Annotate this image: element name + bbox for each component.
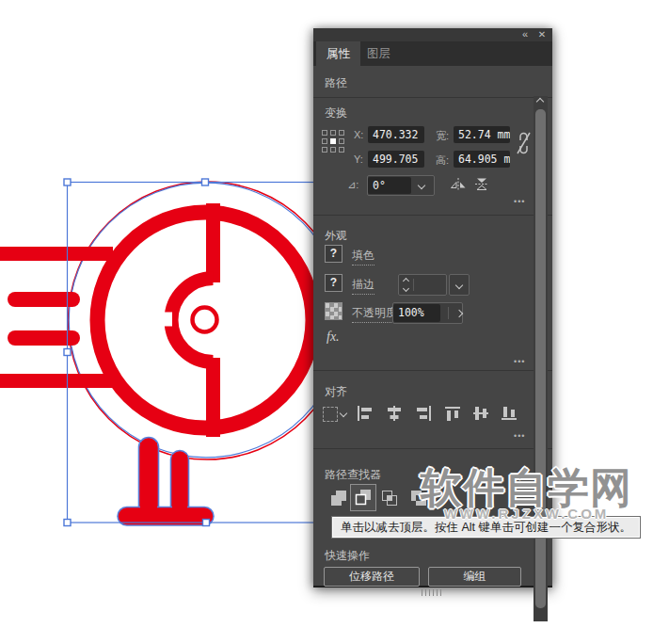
close-panel-icon[interactable]: ✕	[535, 28, 549, 41]
panel-resize-grip[interactable]	[422, 589, 442, 596]
offset-path-button[interactable]: 位移路径	[324, 567, 420, 587]
width-input[interactable]: 52.74 mm	[454, 126, 510, 143]
opacity-checker-swatch-icon[interactable]	[325, 302, 342, 320]
selection-handle-bottom-mid[interactable]	[203, 520, 210, 526]
opacity-label[interactable]: 不透明度	[352, 305, 397, 323]
more-options-icon[interactable]: •••	[514, 433, 533, 439]
section-quick-actions-title: 快速操作	[325, 548, 370, 564]
outer-ring[interactable]	[98, 213, 313, 428]
section-align-title: 对齐	[325, 384, 347, 400]
separator	[313, 215, 552, 216]
angle-input[interactable]: 0°	[368, 177, 411, 194]
hub-circle[interactable]	[193, 308, 217, 332]
x-label: X:	[354, 129, 363, 140]
right-leg-join	[172, 455, 187, 522]
shaft-notch	[152, 313, 172, 327]
fill-label[interactable]: 填色	[352, 248, 374, 266]
section-path-title: 路径	[325, 75, 347, 91]
section-appearance-title: 外观	[325, 228, 347, 244]
tab-layers[interactable]: 图层	[357, 41, 401, 66]
fx-effects-button[interactable]: fx.	[327, 330, 340, 345]
separator	[313, 448, 552, 449]
tab-properties[interactable]: 属性	[316, 41, 360, 66]
more-options-icon[interactable]: •••	[514, 359, 533, 364]
fill-unknown-swatch-icon[interactable]: ?	[325, 245, 342, 263]
stroke-dropdown-icon[interactable]	[455, 281, 463, 288]
section-transform-title: 变换	[325, 105, 347, 121]
selection-handle-bottom-left[interactable]	[64, 520, 71, 526]
flip-horizontal-icon[interactable]	[450, 177, 467, 191]
vertical-align-center-icon[interactable]	[472, 406, 489, 421]
pathfinder-intersect-icon[interactable]	[381, 490, 398, 507]
properties-panel: « ✕ 属性 图层 路径 变换 X: 470.332 宽: 52.74 mm Y…	[313, 28, 552, 588]
pathfinder-minus-front-hover[interactable]	[350, 484, 376, 511]
stroke-unknown-swatch-icon[interactable]: ?	[325, 274, 342, 292]
selection-handle-top-left[interactable]	[64, 179, 71, 185]
vertical-align-top-icon[interactable]	[444, 406, 461, 421]
x-input[interactable]: 470.332	[368, 126, 424, 143]
opacity-expand-icon[interactable]	[455, 309, 463, 316]
collapse-panel-icon[interactable]: «	[517, 28, 532, 41]
reference-point-locator-icon[interactable]	[322, 130, 344, 153]
stepper-up-icon[interactable]	[403, 278, 409, 284]
pathfinder-unite-icon[interactable]	[330, 490, 347, 507]
width-label: 宽:	[436, 129, 449, 143]
pathfinder-minus-front-icon[interactable]	[355, 489, 372, 506]
angle-control[interactable]: 0°	[367, 175, 435, 196]
flip-vertical-icon[interactable]	[474, 177, 489, 191]
stroke-weight-stepper[interactable]	[398, 274, 447, 296]
red-motor-icon[interactable]	[0, 203, 313, 437]
stroke-label[interactable]: 描边	[352, 277, 374, 295]
pathfinder-exclude-icon[interactable]	[410, 490, 427, 507]
vertical-align-bottom-icon[interactable]	[501, 406, 518, 421]
separator	[313, 97, 552, 98]
left-leg-join	[140, 443, 157, 522]
section-pathfinder-title: 路径查找器	[325, 467, 381, 483]
stroke-weight-dropdown[interactable]	[449, 274, 470, 296]
height-input[interactable]: 64.905 mm	[454, 151, 510, 168]
align-to-dropdown-icon[interactable]	[340, 410, 347, 417]
y-label: Y:	[354, 153, 363, 165]
angle-dropdown-icon[interactable]	[418, 182, 425, 189]
selection-handle-mid-left[interactable]	[64, 349, 71, 356]
stepper-down-icon[interactable]	[403, 285, 409, 292]
opacity-control[interactable]: 100%	[392, 302, 463, 324]
broken-link-constrain-icon[interactable]	[517, 130, 531, 156]
pathfinder-tooltip: 单击以减去顶层。按住 Alt 键单击可创建一个复合形状。	[331, 516, 641, 539]
panel-titlebar[interactable]: « ✕	[313, 28, 552, 42]
legs-group[interactable]	[118, 438, 214, 526]
horizontal-align-right-icon[interactable]	[415, 406, 432, 421]
angle-label: ⊿:	[347, 179, 358, 191]
panel-tabbar: 属性 图层	[313, 41, 552, 66]
align-to-selection-icon[interactable]	[323, 407, 338, 422]
selection-outline-circle	[69, 183, 343, 458]
horizontal-align-left-icon[interactable]	[357, 406, 374, 421]
opacity-input[interactable]: 100%	[393, 304, 440, 322]
selection-handle-top-mid[interactable]	[202, 179, 209, 185]
separator	[313, 370, 552, 371]
panel-content: 路径 变换 X: 470.332 宽: 52.74 mm Y: 499.705 …	[313, 66, 552, 586]
height-label: 高:	[436, 153, 449, 168]
more-options-icon[interactable]: •••	[514, 199, 533, 204]
y-input[interactable]: 499.705	[368, 151, 424, 168]
group-button[interactable]: 编组	[428, 567, 521, 587]
horizontal-align-center-icon[interactable]	[386, 406, 403, 421]
